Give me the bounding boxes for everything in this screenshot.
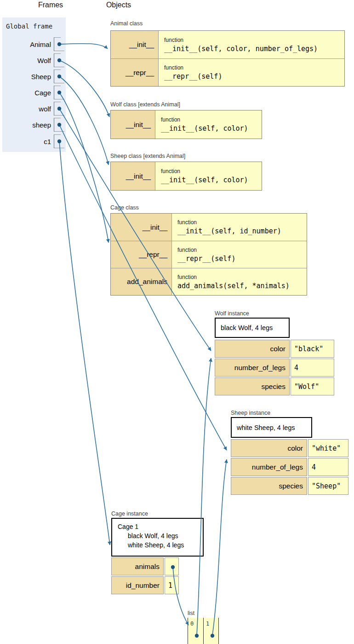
function-signature: __init__(self, color) bbox=[161, 124, 248, 133]
sheep-class-label: Sheep class [extends Animal] bbox=[110, 153, 185, 159]
wolf-instance-table: color "black" number_of_legs 4 species "… bbox=[215, 340, 334, 396]
arrow-list1-to-sheep-instance bbox=[212, 459, 227, 635]
frame-variable-row: Sheep bbox=[2, 70, 66, 83]
attribute-row: color "black" bbox=[215, 340, 334, 358]
list-index: 1 bbox=[206, 621, 209, 627]
frame-variable-row: Wolf bbox=[2, 53, 66, 67]
arrow-cage-to-cage-class bbox=[59, 93, 108, 243]
attribute-row: animals bbox=[111, 557, 179, 575]
function-type-label: function bbox=[164, 37, 318, 43]
arrow-sheep-to-sheep-class bbox=[59, 76, 108, 165]
function-signature: __repr__(self) bbox=[164, 72, 222, 81]
cage-class-table: __init__ function __init__(self, id_numb… bbox=[110, 213, 307, 296]
method-name: __init__ bbox=[111, 110, 155, 139]
arrow-wolf-to-wolf-class bbox=[59, 60, 109, 117]
attribute-value: "white" bbox=[308, 439, 348, 457]
variable-name: c1 bbox=[2, 138, 54, 145]
function-type-label: function bbox=[177, 219, 281, 226]
function-signature: add_animals(self, *animals) bbox=[177, 282, 290, 290]
function-type-label: function bbox=[164, 64, 222, 71]
frame-variable-row: wolf bbox=[2, 102, 66, 116]
python-tutor-visualization: Frames Objects Global frame Animal Wolf … bbox=[0, 0, 354, 644]
attribute-row: number_of_legs 4 bbox=[215, 359, 334, 377]
attribute-value: "Sheep" bbox=[308, 477, 348, 495]
attribute-name: id_number bbox=[111, 576, 164, 594]
attribute-row: color "white" bbox=[231, 439, 348, 457]
attribute-name: species bbox=[215, 377, 290, 395]
attribute-name: color bbox=[231, 439, 307, 457]
function-cell: function add_animals(self, *animals) bbox=[172, 268, 290, 295]
function-type-label: function bbox=[161, 116, 248, 123]
list-object: 0 1 bbox=[188, 618, 219, 644]
sheep-instance-label: Sheep instance bbox=[231, 410, 270, 416]
table-row: __init__ function __init__(self, color, … bbox=[111, 31, 344, 58]
frame-variable-row: c1 bbox=[2, 134, 66, 148]
sheep-instance-repr: white Sheep, 4 legs bbox=[231, 417, 312, 438]
frame-variable-row: Animal bbox=[2, 37, 66, 51]
table-row: add_animals function add_animals(self, *… bbox=[111, 268, 307, 295]
wolf-instance-repr: black Wolf, 4 legs bbox=[215, 318, 290, 338]
attribute-value: 1 bbox=[165, 576, 179, 594]
function-cell: function __init__(self, color, number_of… bbox=[159, 31, 318, 58]
global-frame: Global frame Animal Wolf Sheep Cage wolf… bbox=[2, 17, 66, 152]
wolf-class-table: __init__ function __init__(self, color) bbox=[110, 110, 262, 139]
function-cell: function __init__(self, color) bbox=[155, 110, 248, 139]
variable-name: sheep bbox=[2, 121, 54, 129]
attribute-value: "black" bbox=[291, 340, 334, 358]
wolf-instance-label: Wolf instance bbox=[215, 310, 249, 317]
variable-name: wolf bbox=[2, 105, 54, 113]
attribute-name: number_of_legs bbox=[215, 359, 290, 377]
table-row: __init__ function __init__(self, id_numb… bbox=[111, 214, 307, 241]
sheep-class-table: __init__ function __init__(self, color) bbox=[110, 162, 262, 191]
method-name: __init__ bbox=[111, 31, 159, 58]
method-name: __repr__ bbox=[111, 241, 172, 268]
list-cell: 1 bbox=[203, 618, 219, 644]
cage-instance-table: animals id_number 1 bbox=[111, 557, 179, 595]
arrow-c1-to-cage-instance bbox=[59, 141, 110, 545]
repr-line: white Sheep, 4 legs bbox=[118, 540, 203, 550]
arrow-list0-to-wolf-instance bbox=[197, 358, 211, 635]
objects-header: Objects bbox=[93, 1, 144, 9]
attribute-row: species "Wolf" bbox=[215, 377, 334, 395]
attribute-row: species "Sheep" bbox=[231, 477, 348, 495]
cage-instance-label: Cage instance bbox=[111, 511, 148, 517]
variable-value-slot bbox=[54, 134, 66, 148]
function-cell: function __init__(self, color) bbox=[155, 162, 248, 190]
method-name: add_animals bbox=[111, 268, 172, 295]
attribute-value: 4 bbox=[308, 458, 348, 476]
repr-line: black Wolf, 4 legs bbox=[118, 531, 203, 540]
repr-line: Cage 1 bbox=[118, 522, 203, 531]
variable-name: Animal bbox=[2, 41, 54, 48]
function-signature: __repr__(self) bbox=[177, 255, 235, 263]
attribute-value: 4 bbox=[291, 359, 334, 377]
variable-value-slot bbox=[54, 86, 66, 99]
method-name: __init__ bbox=[111, 162, 155, 190]
list-cell: 0 bbox=[188, 618, 203, 644]
variable-name: Sheep bbox=[2, 73, 54, 81]
function-type-label: function bbox=[177, 247, 235, 253]
variable-value-slot bbox=[54, 118, 66, 132]
variable-value-slot bbox=[54, 37, 66, 51]
attribute-value pointer-cell bbox=[165, 557, 179, 575]
method-name: __repr__ bbox=[111, 59, 159, 86]
variable-name: Cage bbox=[2, 89, 54, 97]
frames-header: Frames bbox=[25, 1, 76, 9]
list-index: 0 bbox=[190, 621, 194, 627]
attribute-name: color bbox=[215, 340, 290, 358]
attribute-row: number_of_legs 4 bbox=[231, 458, 348, 476]
table-row: __init__ function __init__(self, color) bbox=[111, 162, 262, 190]
function-signature: __init__(self, id_number) bbox=[177, 227, 281, 235]
attribute-name: animals bbox=[111, 557, 164, 575]
animal-class-label: Animal class bbox=[110, 20, 143, 27]
attribute-value: "Wolf" bbox=[291, 377, 334, 395]
variable-name: Wolf bbox=[2, 57, 54, 64]
wolf-class-label: Wolf class [extends Animal] bbox=[110, 101, 180, 108]
frame-variable-row: Cage bbox=[2, 86, 66, 99]
list-label: list bbox=[188, 610, 194, 616]
function-signature: __init__(self, color, number_of_legs) bbox=[164, 45, 318, 53]
variable-value-slot bbox=[54, 53, 66, 67]
global-frame-title: Global frame bbox=[6, 23, 52, 30]
function-cell: function __repr__(self) bbox=[172, 241, 235, 268]
table-row: __repr__ function __repr__(self) bbox=[111, 58, 344, 86]
table-row: __init__ function __init__(self, color) bbox=[111, 110, 262, 139]
